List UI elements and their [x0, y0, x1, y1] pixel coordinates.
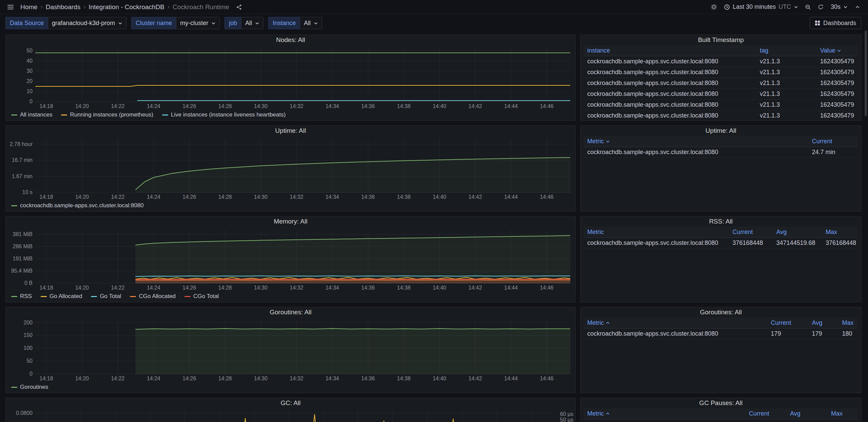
chevron-down-icon — [211, 21, 216, 25]
goroutines-table: MetricCurrentAvgMaxcockroachdb.sample-ap… — [584, 317, 858, 393]
nodes-chart[interactable]: 14:1814:2014:2214:2414:2614:2814:3014:32… — [6, 45, 575, 111]
dashboard-settings-button[interactable] — [708, 1, 720, 13]
column-header-value[interactable]: Value — [817, 47, 858, 54]
svg-text:14:26: 14:26 — [182, 376, 196, 381]
panel-title[interactable]: GC Pauses: All — [580, 398, 861, 408]
svg-text:14:24: 14:24 — [147, 376, 160, 381]
column-header-metric[interactable]: Metric — [584, 410, 746, 417]
legend-color-line — [162, 114, 168, 115]
legend-item-all-instances[interactable]: All instances — [11, 111, 52, 118]
variable-value-dropdown[interactable]: All — [241, 17, 263, 29]
svg-text:30: 30 — [26, 68, 33, 74]
uptime-chart[interactable]: 14:1814:2014:2214:2414:2614:2814:3014:32… — [6, 136, 575, 202]
column-header-current[interactable]: Current — [729, 229, 773, 236]
panel-title[interactable]: GC: All — [6, 398, 575, 408]
panel-goroutines-table: Goroutines: All MetricCurrentAvgMaxcockr… — [580, 307, 862, 393]
svg-text:14:40: 14:40 — [433, 194, 446, 200]
chart-svg: 14:1814:2014:2214:2414:2614:2814:3014:32… — [6, 227, 575, 293]
legend-color-line — [184, 296, 191, 297]
panel-title[interactable]: RSS: All — [580, 216, 861, 227]
table-cell: cockroachdb.sample-apps.svc.cluster.loca… — [584, 58, 756, 65]
column-header-current[interactable]: Current — [746, 410, 787, 417]
table-cell: cockroachdb.sample-apps.svc.cluster.loca… — [584, 149, 809, 156]
chevron-down-icon — [843, 5, 848, 9]
svg-text:14:24: 14:24 — [147, 285, 160, 291]
svg-text:40: 40 — [26, 58, 33, 64]
svg-text:14:32: 14:32 — [290, 103, 303, 109]
zoom-out-icon — [805, 4, 811, 10]
column-header-current[interactable]: Current — [809, 138, 858, 145]
goroutines-chart[interactable]: 14:1814:2014:2214:2414:2614:2814:3014:32… — [6, 317, 575, 383]
panel-title[interactable]: Uptime: All — [6, 126, 575, 136]
panel-title[interactable]: Memory: All — [6, 216, 575, 227]
svg-text:50 µs: 50 µs — [560, 417, 573, 422]
chevron-down-icon — [118, 21, 122, 25]
column-header-instance[interactable]: instance — [584, 47, 756, 54]
legend-item-cgo-allocated[interactable]: CGo Allocated — [130, 293, 176, 300]
share-button[interactable] — [233, 1, 245, 13]
svg-text:14:30: 14:30 — [254, 103, 268, 109]
legend-item-rss[interactable]: RSS — [11, 293, 32, 300]
table-row: cockroachdb.sample-apps.svc.cluster.loca… — [584, 78, 858, 89]
column-header-max[interactable]: Max — [822, 229, 858, 236]
variable-value-dropdown[interactable]: All — [300, 17, 322, 29]
collapse-topbar-button[interactable] — [852, 1, 863, 13]
menu-button[interactable] — [5, 1, 16, 13]
variable-value-dropdown[interactable]: my-cluster — [176, 17, 220, 29]
table-cell: 1624305479 — [817, 101, 858, 108]
legend-color-line — [61, 114, 67, 115]
svg-text:14:20: 14:20 — [75, 103, 89, 109]
column-header-avg[interactable]: Avg — [787, 410, 828, 417]
uptime-table: MetricCurrentcockroachdb.sample-apps.svc… — [584, 136, 858, 211]
column-header-max[interactable]: Max — [828, 410, 858, 417]
column-header-metric[interactable]: Metric — [584, 319, 767, 326]
memory-chart[interactable]: 14:1814:2014:2214:2414:2614:2814:3014:32… — [6, 227, 575, 293]
column-header-metric[interactable]: Metric — [584, 229, 729, 236]
legend-item-go-total[interactable]: Go Total — [91, 293, 121, 300]
column-header-avg[interactable]: Avg — [809, 319, 839, 326]
chevron-up-icon — [855, 5, 860, 9]
dashboards-button[interactable]: Dashboards — [810, 17, 861, 29]
legend-color-line — [11, 205, 17, 206]
svg-text:14:44: 14:44 — [504, 103, 518, 109]
column-header-avg[interactable]: Avg — [773, 229, 822, 236]
legend-item-live-instances-instance-liveness-heartbeats-[interactable]: Live instances (instance liveness heartb… — [162, 111, 285, 118]
chart-svg: 14:1814:2014:2214:2414:2614:2814:3014:32… — [6, 317, 575, 383]
panel-title[interactable]: Uptime: All — [580, 126, 861, 136]
legend-item-go-allocated[interactable]: Go Allocated — [41, 293, 82, 300]
scrollbar-thumb[interactable] — [865, 30, 867, 116]
variable-value-dropdown[interactable]: grafanacloud-k3d-prom — [48, 17, 126, 29]
variable-filters: Data Sourcegrafanacloud-k3d-promCluster … — [5, 17, 322, 29]
legend-item-cgo-total[interactable]: CGo Total — [184, 293, 219, 300]
svg-text:150: 150 — [23, 332, 33, 338]
column-header-current[interactable]: Current — [767, 319, 808, 326]
variable-label: Instance — [268, 17, 300, 29]
panel-title[interactable]: Goroutines: All — [6, 307, 575, 317]
refresh-interval-picker[interactable]: 30s — [828, 1, 850, 13]
table-cell: v21.1.3 — [756, 101, 817, 108]
breadcrumb-item-integration-cockroachdb[interactable]: Integration - CockroachDB — [88, 3, 164, 11]
legend-item-goroutines[interactable]: Goroutines — [11, 384, 48, 391]
refresh-button[interactable] — [815, 1, 827, 13]
svg-text:14:22: 14:22 — [111, 194, 124, 200]
breadcrumb-item-home[interactable]: Home — [20, 3, 38, 11]
legend-item-running-instances-prometheus-[interactable]: Running instances (prometheus) — [61, 111, 153, 118]
svg-text:14:18: 14:18 — [40, 285, 53, 291]
variable-instance: InstanceAll — [268, 17, 322, 29]
top-nav: Home›Dashboards›Integration - CockroachD… — [0, 0, 868, 14]
panel-title[interactable]: Goroutines: All — [580, 307, 861, 317]
zoom-out-button[interactable] — [802, 1, 814, 13]
column-header-max[interactable]: Max — [839, 319, 858, 326]
gc-chart[interactable]: 14:1814:2014:2214:2414:2614:2814:3014:32… — [6, 408, 575, 422]
panel-goroutines-chart: Goroutines: All 14:1814:2014:2214:2414:2… — [5, 307, 576, 393]
breadcrumb-item-dashboards[interactable]: Dashboards — [46, 3, 80, 11]
table-cell: 1624305479 — [817, 80, 858, 87]
svg-text:14:30: 14:30 — [254, 376, 268, 381]
legend-item-cockroachdb-sample-apps-svc-cluster-local-8080[interactable]: cockroachdb.sample-apps.svc.cluster.loca… — [11, 202, 144, 209]
column-header-tag[interactable]: tag — [756, 47, 817, 54]
time-range-picker[interactable]: Last 30 minutes UTC — [721, 1, 801, 13]
panel-title[interactable]: Built Timestamp — [580, 35, 861, 45]
panel-title[interactable]: Nodes: All — [6, 35, 575, 45]
table-cell: cockroachdb.sample-apps.svc.cluster.loca… — [584, 330, 767, 337]
column-header-metric[interactable]: Metric — [584, 138, 809, 145]
